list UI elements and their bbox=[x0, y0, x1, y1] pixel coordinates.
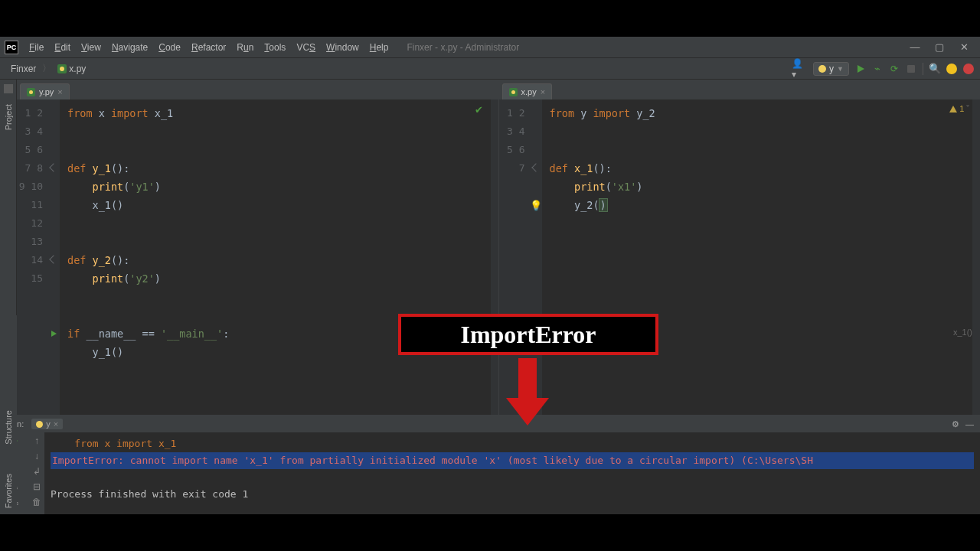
python-file-icon bbox=[27, 88, 35, 96]
run-tab[interactable]: y × bbox=[31, 419, 63, 429]
annotation-label: ImportError bbox=[460, 321, 596, 349]
breadcrumb-file[interactable]: x.py bbox=[53, 62, 90, 76]
console-output[interactable]: from x import x_1 ImportError: cannot im… bbox=[44, 432, 980, 514]
ide-window: PC File Edit View Navigate Code Refactor… bbox=[0, 37, 980, 514]
annotation-importerror-box: ImportError bbox=[398, 314, 658, 355]
inspection-ok-icon: ✔ bbox=[475, 104, 483, 116]
menu-edit[interactable]: Edit bbox=[50, 41, 75, 54]
breadcrumb-status: x_1() bbox=[953, 328, 972, 337]
annotation-arrow-icon bbox=[508, 358, 547, 429]
status-indicator-yellow[interactable] bbox=[946, 64, 957, 74]
menu-vcs[interactable]: VCS bbox=[292, 41, 320, 54]
run-configuration-selector[interactable]: y ▼ bbox=[813, 62, 849, 76]
product-logo: PC bbox=[5, 41, 18, 54]
favorites-tool-label[interactable]: Favorites bbox=[4, 474, 13, 508]
python-file-icon bbox=[57, 64, 67, 73]
python-file-icon bbox=[509, 88, 518, 96]
titlebar: PC File Edit View Navigate Code Refactor… bbox=[0, 37, 980, 58]
fold-icon[interactable] bbox=[49, 255, 57, 263]
search-button[interactable]: 🔍 bbox=[929, 64, 940, 74]
window-controls: — ▢ ✕ bbox=[910, 41, 975, 53]
menu-tools[interactable]: Tools bbox=[260, 41, 290, 54]
fold-icon[interactable] bbox=[531, 163, 540, 171]
tabbar-left: y.py × bbox=[17, 80, 498, 99]
clear-button[interactable]: ⊟ bbox=[33, 481, 41, 492]
menu-navigate[interactable]: Navigate bbox=[107, 41, 152, 54]
fold-icon[interactable] bbox=[49, 163, 57, 171]
coverage-button[interactable]: ⟳ bbox=[889, 64, 900, 74]
status-indicator-red[interactable] bbox=[963, 64, 974, 74]
window-title: Finxer - x.py - Administrator bbox=[407, 42, 519, 53]
python-icon bbox=[36, 421, 43, 428]
editor-left: y.py × 1 2 3 4 5 6 7 8 9 10 11 12 13 14 … bbox=[17, 80, 499, 415]
tab-label: x.py bbox=[521, 87, 537, 96]
project-tool-label[interactable]: Project bbox=[4, 104, 13, 130]
gutter-left: 1 2 3 4 5 6 7 8 9 10 11 12 13 14 15 bbox=[17, 99, 47, 415]
main-area: Project y.py × 1 2 3 4 5 6 7 8 9 10 11 1… bbox=[0, 80, 980, 415]
code-left[interactable]: from x import x_1 def y_1(): print('y1')… bbox=[60, 99, 491, 415]
code-right[interactable]: from y import y_2 def x_1(): print('x1')… bbox=[542, 99, 973, 415]
settings-icon[interactable]: ⚙ bbox=[952, 419, 959, 429]
debug-button[interactable]: ⌁ bbox=[872, 64, 883, 74]
scroll-up-button[interactable]: ↑ bbox=[34, 435, 39, 446]
tab-y-py[interactable]: y.py × bbox=[20, 83, 70, 99]
run-tool-window: Run: y × ⚙ — ↓ ⇧ ✎ 🖶 ↑ ↓ ↲ bbox=[0, 415, 980, 514]
close-icon[interactable]: × bbox=[541, 87, 545, 96]
menu-help[interactable]: Help bbox=[365, 41, 394, 54]
warning-icon bbox=[949, 106, 957, 112]
minimize-button[interactable]: — bbox=[910, 41, 920, 53]
menu-code[interactable]: Code bbox=[154, 41, 185, 54]
left-tool-rail-bottom: Structure Favorites bbox=[0, 315, 17, 514]
stop-button[interactable] bbox=[906, 64, 916, 74]
menu-view[interactable]: View bbox=[77, 41, 106, 54]
scrollbar[interactable] bbox=[972, 99, 980, 415]
scrollbar[interactable] bbox=[491, 99, 498, 415]
menu-run[interactable]: Run bbox=[232, 41, 258, 54]
chevron-down-icon: ▼ bbox=[837, 65, 844, 73]
soft-wrap-button[interactable]: ↲ bbox=[33, 466, 41, 477]
run-gutter-icon[interactable] bbox=[51, 331, 57, 337]
tab-x-py[interactable]: x.py × bbox=[502, 83, 553, 99]
structure-tool-label[interactable]: Structure bbox=[4, 410, 13, 445]
minimize-panel-button[interactable]: — bbox=[965, 419, 974, 429]
scroll-down-button[interactable]: ↓ bbox=[34, 451, 39, 461]
fold-gutter bbox=[47, 99, 60, 415]
run-button[interactable] bbox=[855, 64, 866, 74]
tab-label: y.py bbox=[39, 87, 54, 96]
menu-file[interactable]: File bbox=[24, 41, 48, 54]
chevron-right-icon: 〉 bbox=[42, 62, 51, 75]
user-icon[interactable]: 👤▾ bbox=[792, 61, 807, 77]
menu-refactor[interactable]: Refactor bbox=[187, 41, 230, 54]
intention-bulb-icon[interactable]: 💡 bbox=[530, 200, 542, 211]
editor-right: x.py × 1 2 3 4 5 6 7 💡 from y import y_2… bbox=[499, 80, 981, 415]
breadcrumb-project[interactable]: Finxer bbox=[6, 62, 41, 76]
tabbar-right: x.py × bbox=[499, 80, 981, 99]
python-icon bbox=[818, 65, 826, 73]
trash-button[interactable]: 🗑 bbox=[32, 497, 41, 507]
close-button[interactable]: ✕ bbox=[959, 41, 969, 53]
run-config-name: y bbox=[829, 64, 834, 74]
maximize-button[interactable]: ▢ bbox=[934, 41, 945, 53]
inspection-warning-badge[interactable]: 1 ˇ bbox=[949, 104, 969, 113]
navigation-bar: Finxer 〉 x.py 👤▾ y ▼ ⌁ ⟳ 🔍 bbox=[0, 58, 980, 80]
menubar: File Edit View Navigate Code Refactor Ru… bbox=[24, 41, 393, 54]
run-header: Run: y × ⚙ — bbox=[0, 416, 980, 432]
close-icon[interactable]: × bbox=[57, 87, 62, 96]
project-tool-icon[interactable] bbox=[4, 84, 13, 93]
error-line: ImportError: cannot import name 'x_1' fr… bbox=[51, 452, 974, 469]
menu-window[interactable]: Window bbox=[322, 41, 364, 54]
